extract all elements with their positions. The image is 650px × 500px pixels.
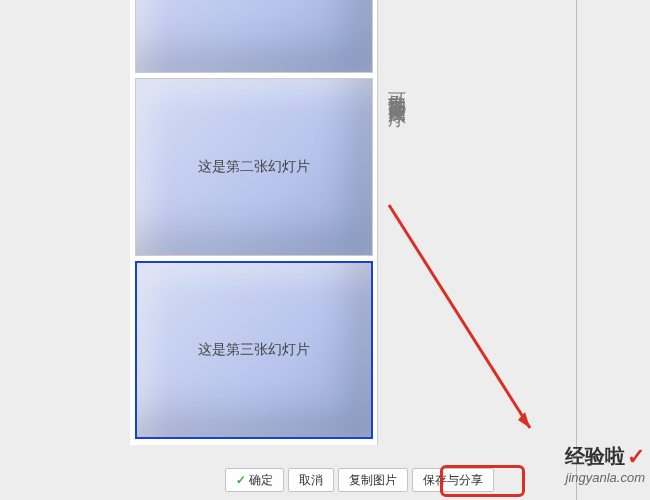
cancel-label: 取消 [299,472,323,489]
save-label: 保存与分享 [423,472,483,489]
copy-label: 复制图片 [349,472,397,489]
slide-thumbnail-2[interactable]: 这是第二张幻灯片 [135,78,373,256]
svg-line-0 [389,205,530,428]
watermark: 经验啦 ✓ jingyanla.com [565,443,645,485]
save-share-button[interactable]: 保存与分享 [412,468,494,492]
slide-text: 这是第三张幻灯片 [198,341,310,359]
confirm-label: 确定 [249,472,273,489]
watermark-url: jingyanla.com [565,470,645,485]
slide-list-panel: 这是第二张幻灯片 这是第三张幻灯片 [130,0,378,445]
check-icon: ✓ [236,473,246,487]
cancel-button[interactable]: 取消 [288,468,334,492]
svg-marker-1 [518,412,530,428]
checkmark-icon: ✓ [627,444,645,470]
button-bar: ✓ 确定 取消 复制图片 保存与分享 [225,468,494,492]
slide-thumbnail-3-selected[interactable]: 这是第三张幻灯片 [135,261,373,439]
confirm-button[interactable]: ✓ 确定 [225,468,284,492]
slide-text: 这是第二张幻灯片 [198,158,310,176]
watermark-text: 经验啦 [565,443,625,470]
slide-thumbnail-1[interactable] [135,0,373,73]
copy-image-button[interactable]: 复制图片 [338,468,408,492]
drag-hint-annotation: 可拖动图片更换顺序。 [385,78,407,116]
